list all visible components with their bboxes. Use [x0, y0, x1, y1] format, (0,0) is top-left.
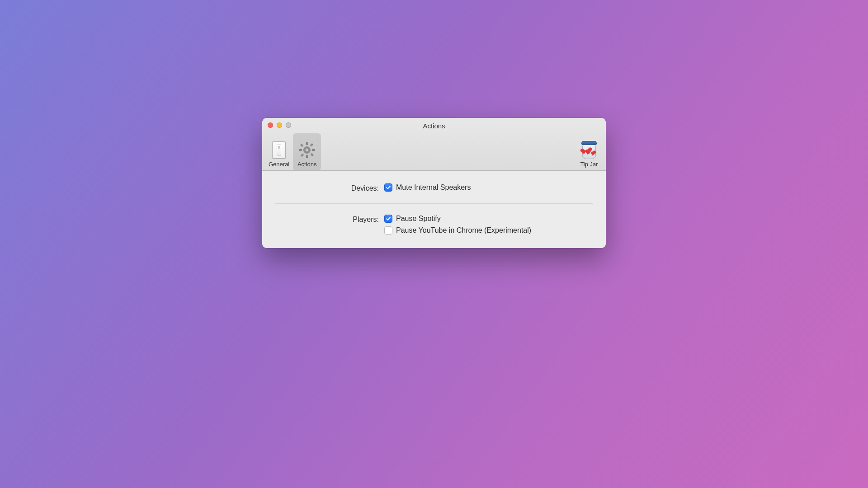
pause-youtube-option[interactable]: Pause YouTube in Chrome (Experimental)	[384, 226, 593, 235]
checkbox-unchecked-icon[interactable]	[384, 226, 392, 235]
devices-controls: Mute Internal Speakers	[384, 183, 593, 192]
checkbox-label: Mute Internal Speakers	[396, 183, 471, 192]
checkbox-checked-icon[interactable]	[384, 183, 392, 192]
zoom-button[interactable]	[286, 122, 291, 128]
traffic-lights	[268, 122, 291, 128]
svg-rect-2	[306, 155, 308, 158]
pause-spotify-option[interactable]: Pause Spotify	[384, 215, 593, 223]
devices-row: Devices: Mute Internal Speakers	[275, 183, 593, 192]
svg-rect-8	[301, 154, 304, 157]
svg-rect-7	[310, 143, 313, 146]
checkbox-label: Pause YouTube in Chrome (Experimental)	[396, 226, 531, 235]
svg-point-9	[305, 148, 309, 152]
svg-rect-5	[300, 144, 303, 147]
tab-label: Actions	[297, 161, 317, 168]
players-row: Players: Pause Spotify Pause YouTube in …	[275, 215, 593, 235]
devices-label: Devices:	[275, 183, 379, 192]
checkbox-label: Pause Spotify	[396, 215, 441, 223]
svg-rect-1	[306, 142, 308, 145]
checkbox-checked-icon[interactable]	[384, 215, 392, 223]
preferences-window: Actions General	[262, 118, 606, 248]
titlebar: Actions General	[262, 118, 606, 171]
window-title: Actions	[262, 122, 606, 130]
minimize-button[interactable]	[277, 122, 282, 128]
tab-label: Tip Jar	[580, 161, 598, 168]
svg-rect-4	[312, 149, 315, 151]
titlebar-top: Actions	[262, 118, 606, 133]
players-label: Players:	[275, 215, 379, 224]
toolbar: General	[262, 133, 606, 170]
divider	[275, 203, 593, 204]
close-button[interactable]	[268, 122, 273, 128]
gear-icon	[298, 140, 316, 160]
content-area: Devices: Mute Internal Speakers Players:	[262, 171, 606, 248]
mute-speakers-option[interactable]: Mute Internal Speakers	[384, 183, 593, 192]
tab-general[interactable]: General	[265, 133, 293, 170]
tab-label: General	[269, 161, 289, 168]
tip-jar-icon	[580, 140, 598, 160]
svg-rect-6	[311, 153, 314, 156]
tab-tip-jar[interactable]: Tip Jar	[575, 133, 603, 170]
tab-actions[interactable]: Actions	[293, 133, 321, 170]
svg-rect-3	[299, 149, 302, 151]
switch-icon	[270, 140, 288, 160]
players-controls: Pause Spotify Pause YouTube in Chrome (E…	[384, 215, 593, 235]
